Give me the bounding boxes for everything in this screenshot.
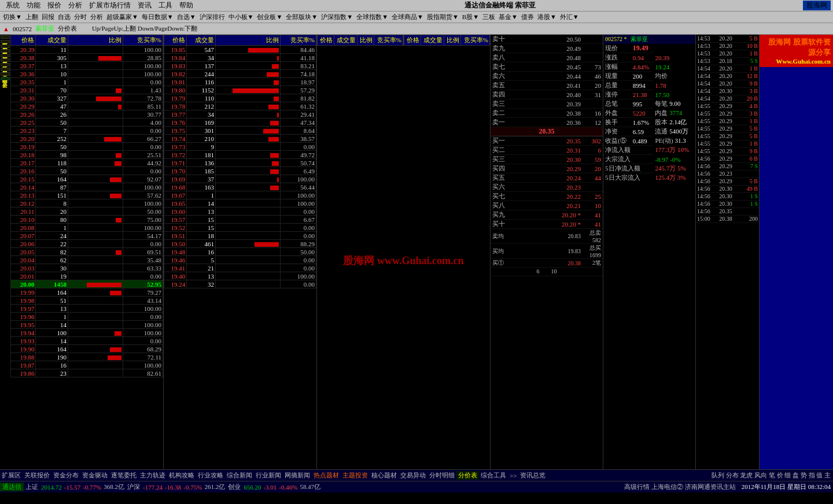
tab-main[interactable]: 主力轨迹 xyxy=(138,471,167,480)
tab-news[interactable]: 综合新闻 xyxy=(225,471,254,480)
tb2-all[interactable]: 全部版块▼ xyxy=(284,13,319,21)
tab-core[interactable]: 核心题材 xyxy=(370,471,399,480)
tb2-favorites[interactable]: 自选 xyxy=(56,13,72,21)
trade-vol: 5 S xyxy=(740,57,759,65)
rate-cell: 100.00 xyxy=(123,70,163,78)
sh-change: -15.57 xyxy=(63,484,82,491)
rate-cell: 61.32 xyxy=(280,102,316,110)
vol-cell: 185 xyxy=(187,167,216,175)
tab-instit[interactable]: 机构攻略 xyxy=(167,471,196,480)
sell-label: 卖七 xyxy=(491,62,507,72)
menu-analysis[interactable]: 分析 xyxy=(65,1,86,10)
sidebar-item-dongcai2[interactable]: 东财深度 xyxy=(1,54,10,57)
orderbook-left-table: 价格 成交量 比例 竞买率% 20.39 11 100.00 20.38 305… xyxy=(10,35,163,377)
trade-vol: 1 B xyxy=(740,50,759,57)
menu-system[interactable]: 系统 xyxy=(2,1,23,10)
tab-bidlist[interactable]: 逐笔委托 xyxy=(109,471,138,480)
trade-vol: 200 xyxy=(740,215,759,223)
sidebar-item-baojia[interactable]: 报价分析 xyxy=(1,35,10,39)
rate-cell: 47.34 xyxy=(280,118,316,127)
tb2-rank[interactable]: 沪深排行 xyxy=(198,13,227,21)
tab-related[interactable]: 关联报价 xyxy=(23,471,51,480)
bar-cell xyxy=(68,175,123,183)
vol-cell: 98 xyxy=(36,151,68,159)
tb2-3board[interactable]: 三板 xyxy=(481,13,497,21)
buy-vol: 6 xyxy=(583,146,603,155)
tab-hot[interactable]: 热点题材 xyxy=(312,471,341,480)
toolbar2: 切换▼ 上翻 回报 自选 分时 分析 超级赢家▼ 每日数据▼ 自选▼ 沪深排行 … xyxy=(0,12,833,23)
trade-price: 20.20 xyxy=(718,80,740,87)
menu-tools[interactable]: 工具 xyxy=(155,1,176,10)
tb2-cy[interactable]: 创业板▼ xyxy=(255,13,284,21)
bar-cell xyxy=(68,127,123,135)
trade-vol: 1 B xyxy=(740,65,759,72)
tb2-index[interactable]: 沪深指数▼ xyxy=(319,13,355,21)
rate-cell: 25.51 xyxy=(123,151,163,159)
sidebar-item-hexin[interactable]: 核心题材 xyxy=(1,63,10,66)
vol-cell: 244 xyxy=(187,70,216,78)
sidebar-item-jiben[interactable]: 基本资料 xyxy=(1,40,10,43)
tab-industry[interactable]: 行业攻略 xyxy=(196,471,225,480)
sell-price: 20.40 xyxy=(507,90,583,99)
menu-quote[interactable]: 报价 xyxy=(44,1,65,10)
rate-cell: 69.51 xyxy=(123,248,163,256)
menu-info[interactable]: 资讯 xyxy=(134,1,155,10)
logo-box: 股海网 股票软件资源分享 Www.Guhai.com.cn xyxy=(760,35,833,67)
tab-timedetail[interactable]: 分时明细 xyxy=(427,471,456,480)
tab-infoverview[interactable]: 资讯总览 xyxy=(518,471,547,480)
tb2-hk[interactable]: 港股▼ xyxy=(536,13,558,21)
tb2-bond[interactable]: 债券 xyxy=(519,13,536,21)
tb2-global[interactable]: 全球指数▼ xyxy=(355,13,390,21)
menu-help[interactable]: 帮助 xyxy=(176,1,197,10)
tb2-commodity[interactable]: 全球商品▼ xyxy=(390,13,425,21)
sidebar-item-fenjia[interactable]: 分价表 xyxy=(1,77,10,80)
tb2-bstock[interactable]: B股▼ xyxy=(460,13,481,21)
bar-cell xyxy=(216,264,281,272)
tab-funddist[interactable]: 资金分布 xyxy=(51,471,80,480)
tb2-custom[interactable]: 自选▼ xyxy=(175,13,198,21)
menu-function[interactable]: 功能 xyxy=(23,1,44,10)
tab-expand[interactable]: 扩展区 xyxy=(0,471,23,480)
sidebar-item-dongcai1[interactable]: 东财资料 xyxy=(1,49,10,53)
tab-theme[interactable]: 主题投资 xyxy=(341,471,370,480)
tb2-up[interactable]: 上翻 xyxy=(24,13,40,21)
tb2-fund[interactable]: 基金▼ xyxy=(497,13,519,21)
tab-industnews[interactable]: 行业新闻 xyxy=(254,471,283,480)
tab-more[interactable]: >> xyxy=(508,472,518,479)
sell-vol xyxy=(583,99,603,109)
vol-cell: 14 xyxy=(187,199,216,207)
tab-pricedetail[interactable]: 分价表 xyxy=(456,471,479,480)
tb2-mid[interactable]: 中小板▼ xyxy=(227,13,256,21)
tab-funddriven[interactable]: 资金驱动 xyxy=(80,471,109,480)
sidebar-item-caiwu[interactable]: 财务透视 xyxy=(1,45,10,48)
price-cell: 20.10 xyxy=(11,216,36,224)
tb2-daily[interactable]: 每日数据▼ xyxy=(140,13,175,21)
sell-label: 卖二 xyxy=(491,109,507,118)
vol-cell: 100 xyxy=(36,329,68,337)
tb2-futures[interactable]: 股指期货▼ xyxy=(425,13,460,21)
sidebar-item-fenshiming[interactable]: 分时明细 xyxy=(1,72,10,76)
tab-tools[interactable]: 综合工具 xyxy=(479,471,508,480)
trade-vol: 6 B xyxy=(740,155,759,162)
tb2-fen[interactable]: 分时 xyxy=(72,13,89,21)
tab-wznews[interactable]: 网摘新闻 xyxy=(283,471,312,480)
tb2-news[interactable]: 超级赢家▼ xyxy=(105,13,140,21)
tb2-analysis[interactable]: 分析 xyxy=(89,13,105,21)
sidebar-item-caopan[interactable]: 操盘手 xyxy=(1,58,10,62)
bar-cell xyxy=(216,135,281,143)
sell-price: 20.41 xyxy=(507,81,583,90)
price-cell: 19.65 xyxy=(164,199,187,207)
trade-vol: 49 B xyxy=(740,185,759,192)
sell-price: 20.48 xyxy=(507,53,583,62)
price-cell: 20.08 xyxy=(11,224,36,232)
sidebar-item-gaoshou[interactable]: 高手 xyxy=(1,68,10,71)
current-price: 19.49 xyxy=(631,44,654,53)
tb2-switch[interactable]: 切换▼ xyxy=(1,13,24,21)
price-cell: 19.88 xyxy=(11,353,36,361)
bar-cell xyxy=(68,313,123,321)
tb2-report[interactable]: 回报 xyxy=(40,13,56,21)
tab-tradeanom[interactable]: 交易异动 xyxy=(399,471,427,480)
menu-extended[interactable]: 扩展市场行情 xyxy=(86,1,134,10)
tb2-forex[interactable]: 外汇▼ xyxy=(558,13,581,21)
buy-price: 20.22 xyxy=(507,192,583,201)
